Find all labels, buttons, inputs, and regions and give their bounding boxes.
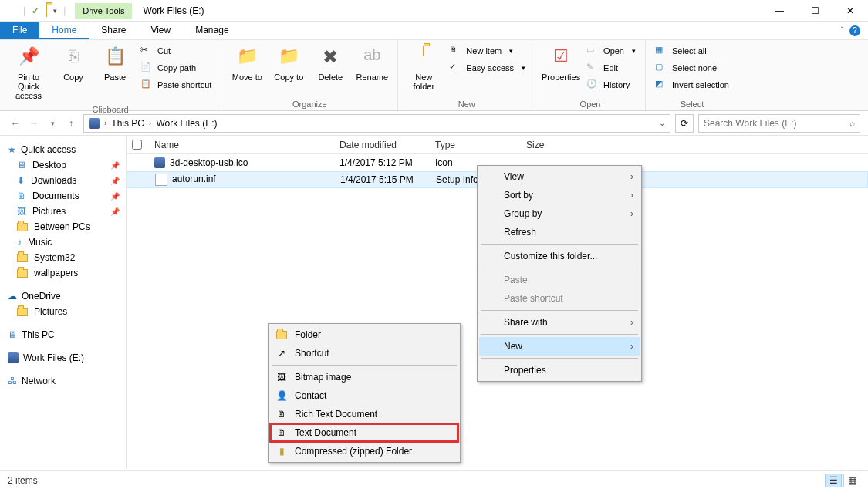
nav-quick-access[interactable]: ★Quick access	[0, 142, 126, 157]
context-menu-new: Folder ↗Shortcut 🖼Bitmap image 👤Contact …	[268, 323, 461, 463]
minimize-button[interactable]: —	[762, 0, 797, 22]
mi-new-text-document[interactable]: 🗎Text Document	[270, 423, 458, 442]
close-button[interactable]: ✕	[833, 0, 868, 22]
search-input[interactable]: Search Work Files (E:) ⌕	[698, 114, 860, 133]
btn-label: Pin to Quick access	[8, 73, 49, 100]
col-type[interactable]: Type	[429, 137, 520, 153]
qat-folder-icon[interactable]	[46, 5, 47, 16]
paste-shortcut-button[interactable]: 📋Paste shortcut	[137, 77, 214, 93]
mi-new-bitmap[interactable]: 🖼Bitmap image	[270, 368, 458, 386]
nav-desktop[interactable]: 🖥Desktop📌	[0, 157, 126, 173]
new-folder-button[interactable]: New folder	[404, 43, 443, 94]
nav-this-pc[interactable]: 🖥This PC	[0, 327, 126, 342]
select-none-button[interactable]: ▢Select none	[652, 60, 732, 76]
mi-new[interactable]: New›	[479, 337, 640, 356]
nav-documents[interactable]: 🗎Documents📌	[0, 188, 126, 204]
mi-group-by[interactable]: Group by›	[479, 204, 640, 223]
back-button[interactable]: ←	[8, 116, 23, 131]
crumb-this-pc[interactable]: This PC	[111, 118, 144, 129]
tab-share[interactable]: Share	[89, 22, 138, 39]
file-date: 1/4/2017 5:12 PM	[333, 157, 429, 168]
mi-share-with[interactable]: Share with›	[479, 313, 640, 332]
cut-button[interactable]: ✂Cut	[137, 43, 214, 59]
help-icon[interactable]: ?	[849, 25, 860, 36]
group-label: Clipboard	[6, 103, 214, 114]
chevron-icon[interactable]: ›	[104, 119, 106, 127]
mi-refresh[interactable]: Refresh	[479, 223, 640, 241]
refresh-button[interactable]: ⟳	[675, 114, 694, 133]
history-button[interactable]: 🕑History	[583, 77, 639, 93]
forward-button[interactable]: →	[26, 116, 42, 131]
nav-music[interactable]: ♪Music	[0, 234, 126, 250]
status-bar: 2 items ☰ ▦	[0, 470, 868, 489]
nav-system32[interactable]: System32	[0, 250, 126, 265]
mi-customize[interactable]: Customize this folder...	[479, 247, 640, 265]
mi-new-rtf[interactable]: 🗎Rich Text Document	[270, 405, 458, 423]
col-date[interactable]: Date modified	[333, 137, 429, 153]
qat-sep2: |	[63, 5, 66, 16]
open-button[interactable]: ▭Open▾	[583, 43, 639, 59]
new-item-button[interactable]: 🗎New item▾	[446, 43, 529, 59]
mi-sort-by[interactable]: Sort by›	[479, 186, 640, 204]
up-button[interactable]: ↑	[63, 116, 79, 131]
mi-view[interactable]: View›	[479, 167, 640, 186]
view-large-button[interactable]: ▦	[843, 474, 860, 487]
nav-onedrive[interactable]: ☁OneDrive	[0, 288, 126, 304]
crumb-workfiles[interactable]: Work Files (E:)	[156, 118, 217, 129]
mi-new-contact[interactable]: 👤Contact	[270, 386, 458, 405]
menu-separator	[272, 365, 457, 366]
nav-od-pictures[interactable]: Pictures	[0, 304, 126, 319]
zip-icon: ▮	[275, 444, 289, 458]
nav-workfiles[interactable]: Work Files (E:)	[0, 350, 126, 366]
tab-home[interactable]: Home	[39, 22, 89, 39]
bitmap-icon: 🖼	[275, 370, 289, 384]
col-name[interactable]: Name	[148, 137, 333, 153]
file-name: 3d-desktop-usb.ico	[170, 157, 248, 168]
pin-quick-access-button[interactable]: 📌 Pin to Quick access	[6, 43, 51, 103]
nav-network[interactable]: 🖧Network	[0, 373, 126, 389]
paste-button[interactable]: 📋 Paste	[96, 43, 134, 85]
nav-between-pcs[interactable]: Between PCs	[0, 219, 126, 234]
contact-icon: 👤	[275, 389, 289, 403]
mi-new-zip[interactable]: ▮Compressed (zipped) Folder	[270, 442, 458, 460]
select-all-button[interactable]: ▦Select all	[652, 43, 732, 59]
ribbon-tabs: File Home Share View Manage ˇ ?	[0, 22, 868, 40]
address-dropdown-icon[interactable]: ⌄	[659, 119, 665, 127]
chevron-right-icon: ›	[630, 341, 633, 352]
col-size[interactable]: Size	[520, 137, 597, 153]
maximize-button[interactable]: ☐	[797, 0, 833, 22]
edit-button[interactable]: ✎Edit	[583, 60, 639, 76]
delete-button[interactable]: ✖Delete	[311, 43, 350, 85]
ribbon-group-open: ☑Properties ▭Open▾ ✎Edit 🕑History Open	[535, 40, 646, 110]
copy-path-button[interactable]: 📄Copy path	[137, 60, 214, 76]
mi-new-folder[interactable]: Folder	[270, 325, 458, 344]
tab-view[interactable]: View	[138, 22, 183, 39]
tab-manage[interactable]: Manage	[183, 22, 241, 39]
view-details-button[interactable]: ☰	[825, 474, 842, 487]
nav-wallpapers[interactable]: wallpapers	[0, 265, 126, 281]
breadcrumb-bar[interactable]: › This PC › Work Files (E:) ⌄	[83, 114, 670, 133]
chevron-icon[interactable]: ›	[149, 119, 151, 127]
select-all-checkbox[interactable]	[132, 140, 142, 150]
newfolder-icon	[411, 46, 436, 71]
open-icon: ▭	[586, 45, 599, 57]
rtf-icon: 🗎	[275, 407, 289, 421]
ribbon-group-clipboard: 📌 Pin to Quick access ⎘ Copy 📋 Paste ✂Cu…	[0, 40, 221, 110]
copy-button[interactable]: ⎘ Copy	[54, 43, 93, 85]
rename-button[interactable]: abRename	[353, 43, 391, 85]
qat-check-icon[interactable]: ✓	[32, 5, 39, 16]
recent-dropdown[interactable]: ▾	[45, 116, 60, 131]
copy-to-button[interactable]: 📁Copy to	[269, 43, 308, 85]
qat-dropdown-icon[interactable]: ▾	[53, 7, 57, 15]
properties-button[interactable]: ☑Properties	[542, 43, 580, 85]
mi-new-shortcut[interactable]: ↗Shortcut	[270, 344, 458, 363]
move-to-button[interactable]: 📁Move to	[228, 43, 266, 85]
ribbon-collapse-icon[interactable]: ˇ	[841, 26, 843, 35]
invert-selection-button[interactable]: ◩Invert selection	[652, 77, 732, 93]
nav-pictures[interactable]: 🖼Pictures📌	[0, 204, 126, 219]
ico-icon	[154, 157, 165, 168]
tab-file[interactable]: File	[0, 22, 39, 39]
nav-downloads[interactable]: ⬇Downloads📌	[0, 173, 126, 188]
mi-properties[interactable]: Properties	[479, 361, 640, 379]
easy-access-button[interactable]: ✓Easy access▾	[446, 60, 529, 76]
